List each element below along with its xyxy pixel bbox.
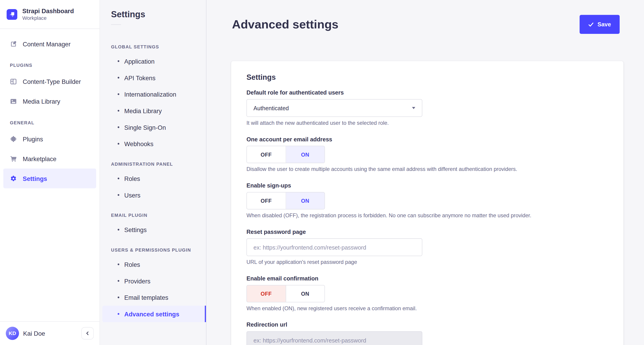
avatar[interactable]: KD <box>6 326 19 340</box>
content-manager-icon <box>10 40 17 47</box>
toggle-on-button[interactable]: ON <box>286 192 324 209</box>
subnav-item-label: Media Library <box>124 107 162 114</box>
subnav-item-label: Providers <box>124 277 150 284</box>
subnav-item-label: Application <box>124 58 154 65</box>
bullet-icon <box>118 297 119 298</box>
collapse-sidebar-button[interactable] <box>81 327 94 339</box>
field-label: Enable email confirmation <box>246 275 608 282</box>
bullet-icon <box>118 229 119 230</box>
subnav-section-users-permissions-plugin: USERS & PERMISSIONS PLUGIN <box>111 247 195 253</box>
sidebar-item-settings[interactable]: Settings <box>4 168 96 188</box>
chevron-left-icon <box>85 330 90 336</box>
toggle-on-button[interactable]: ON <box>286 146 324 163</box>
bullet-icon <box>118 110 119 111</box>
subnav-item-single-sign-on[interactable]: Single Sign-On <box>100 119 206 135</box>
toggle-on-button[interactable]: ON <box>286 285 324 302</box>
sidebar-item-label: Settings <box>23 175 47 182</box>
subnav-item-label: Advanced settings <box>124 310 179 317</box>
subnav-item-label: Roles <box>124 261 140 268</box>
default-role-select[interactable]: Authenticated <box>246 99 422 117</box>
sidebar-item-plugins[interactable]: Plugins <box>4 129 96 149</box>
field-enable-signups: Enable sign-ups OFF ON When disabled (OF… <box>246 182 608 219</box>
bullet-icon <box>118 177 119 179</box>
toggle-off-button[interactable]: OFF <box>247 146 286 163</box>
field-reset-password: Reset password page URL of your applicat… <box>246 228 608 266</box>
sidebar-item-label: Media Library <box>23 98 60 105</box>
workspace-switcher[interactable]: Strapi Dashboard Workplace <box>0 0 100 29</box>
subnav-section-global-settings: GLOBAL SETTINGS <box>111 44 195 50</box>
subnav-item-admin-users[interactable]: Users <box>100 187 206 203</box>
subnav-item-label: Internationalization <box>124 91 176 98</box>
subnav-divider <box>111 24 121 25</box>
subnav-item-label: API Tokens <box>124 74 156 81</box>
subnav-item-admin-roles[interactable]: Roles <box>100 170 206 187</box>
field-hint: When disabled (OFF), the registration pr… <box>246 212 608 219</box>
field-redirection-url: Redirection url <box>246 321 608 345</box>
subnav-item-providers[interactable]: Providers <box>100 272 206 289</box>
redirection-url-input <box>246 331 422 345</box>
brand-text: Strapi Dashboard Workplace <box>22 7 74 21</box>
subnav-item-internationalization[interactable]: Internationalization <box>100 86 206 103</box>
subnav-item-email-templates[interactable]: Email templates <box>100 289 206 306</box>
field-label: Reset password page <box>246 228 608 235</box>
app-title: Strapi Dashboard <box>22 7 74 15</box>
subnav-item-label: Email templates <box>124 294 168 301</box>
toggle-off-button[interactable]: OFF <box>247 285 286 302</box>
subnav-item-up-roles[interactable]: Roles <box>100 256 206 273</box>
field-one-account: One account per email address OFF ON Dis… <box>246 136 608 173</box>
bullet-icon <box>118 143 119 145</box>
reset-password-input[interactable] <box>246 238 422 256</box>
subnav-section-administration-panel: ADMINISTRATION PANEL <box>111 161 195 167</box>
bullet-icon <box>118 194 119 196</box>
page-title: Advanced settings <box>232 17 338 32</box>
subnav-item-webhooks[interactable]: Webhooks <box>100 135 206 152</box>
sidebar-item-marketplace[interactable]: Marketplace <box>4 149 96 168</box>
field-label: Redirection url <box>246 321 608 328</box>
check-icon <box>588 22 594 27</box>
subnav-item-label: Users <box>124 191 140 198</box>
bullet-icon <box>118 126 119 128</box>
bullet-icon <box>118 263 119 265</box>
field-hint: It will attach the new authenticated use… <box>246 120 608 126</box>
settings-subnav: Settings GLOBAL SETTINGS Application API… <box>100 0 206 345</box>
toggle-off-button[interactable]: OFF <box>247 192 286 209</box>
field-label: Enable sign-ups <box>246 182 608 189</box>
enable-signups-toggle: OFF ON <box>246 192 325 209</box>
bullet-icon <box>118 77 119 78</box>
bullet-icon <box>118 313 119 315</box>
select-value: Authenticated <box>254 105 289 111</box>
media-library-icon <box>10 98 17 105</box>
subnav-item-label: Webhooks <box>124 140 153 147</box>
sidebar-nav-list: Content Manager PLUGINS Content-Type Bui… <box>0 29 100 321</box>
settings-card: Settings Default role for authenticated … <box>231 61 623 345</box>
sidebar-item-media-library[interactable]: Media Library <box>4 91 96 111</box>
app-window: Strapi Dashboard Workplace Content Manag… <box>0 0 644 345</box>
subnav-item-label: Settings <box>124 226 147 233</box>
sidebar-item-label: Content Manager <box>23 40 71 47</box>
bullet-icon <box>118 93 119 95</box>
field-hint: Disallow the user to create multiple acc… <box>246 166 608 173</box>
subnav-title: Settings <box>111 9 206 19</box>
subnav-item-media-library[interactable]: Media Library <box>100 103 206 119</box>
subnav-item-advanced-settings[interactable]: Advanced settings <box>102 306 206 322</box>
sidebar-item-label: Content-Type Builder <box>23 78 81 85</box>
subnav-item-email-settings[interactable]: Settings <box>100 221 206 238</box>
sidebar-item-content-type-builder[interactable]: Content-Type Builder <box>4 71 96 91</box>
sidebar-section-general: GENERAL <box>10 120 90 126</box>
field-hint: URL of your application's reset password… <box>246 259 608 265</box>
content-type-builder-icon <box>10 78 17 85</box>
page-header: Advanced settings Save <box>206 0 644 34</box>
chevron-down-icon <box>412 107 416 109</box>
field-email-confirmation: Enable email confirmation OFF ON When en… <box>246 275 608 312</box>
subnav-item-api-tokens[interactable]: API Tokens <box>100 69 206 86</box>
subnav-section-email-plugin: EMAIL PLUGIN <box>111 212 195 218</box>
user-name: Kai Doe <box>23 330 77 337</box>
gear-icon <box>10 175 17 182</box>
sidebar-item-content-manager[interactable]: Content Manager <box>4 34 96 54</box>
sidebar-item-label: Marketplace <box>23 155 56 162</box>
subnav-item-application[interactable]: Application <box>100 53 206 70</box>
bullet-icon <box>118 60 119 62</box>
save-button[interactable]: Save <box>580 15 620 34</box>
field-default-role: Default role for authenticated users Aut… <box>246 89 608 127</box>
main-sidebar: Strapi Dashboard Workplace Content Manag… <box>0 0 100 345</box>
